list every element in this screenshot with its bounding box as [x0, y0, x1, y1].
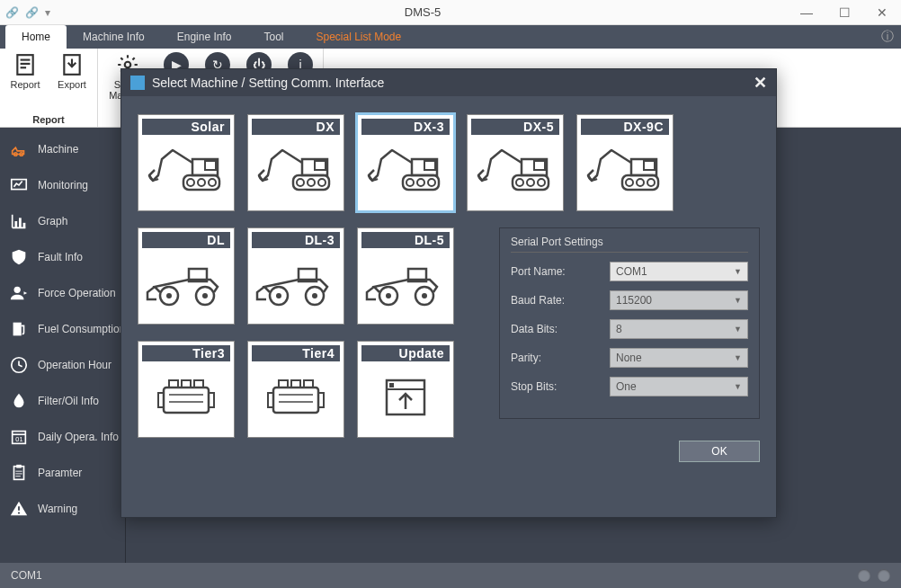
report-button[interactable]: Report — [7, 52, 43, 90]
excavator-icon — [581, 135, 669, 207]
parity-label: Parity: — [511, 352, 610, 364]
machine-tile-solar[interactable]: Solar — [138, 114, 235, 211]
sidebar-item-operation-hour[interactable]: Operation Hour — [0, 347, 125, 383]
engine-icon — [252, 361, 340, 433]
dialog-close-button[interactable]: ✕ — [754, 73, 767, 93]
status-port: COM1 — [11, 569, 42, 582]
svg-rect-32 — [19, 218, 22, 227]
tile-label: Update — [361, 345, 450, 361]
tab-engine-info[interactable]: Engine Info — [161, 25, 248, 49]
sidebar-item-force-operation[interactable]: Force Operation — [0, 275, 125, 311]
sidebar-item-daily-opera-info[interactable]: 01Daily Opera. Info — [0, 419, 125, 455]
excavator-icon — [361, 135, 450, 207]
tile-label: DL — [142, 232, 230, 248]
machine-tile-update[interactable]: Update — [357, 341, 454, 438]
parity-select[interactable]: None▼ — [610, 348, 748, 368]
menubar: Home Machine Info Engine Info Tool Speci… — [0, 25, 901, 49]
sidebar-item-label: Operation Hour — [38, 359, 112, 371]
tab-tool[interactable]: Tool — [247, 25, 299, 49]
sidebar-item-machine[interactable]: Machine — [0, 131, 125, 167]
status-led-2 — [878, 569, 890, 582]
chevron-down-icon: ▼ — [734, 267, 742, 276]
serial-port-settings-panel: Serial Port Settings Port Name: COM1▼ Ba… — [499, 227, 760, 419]
select-machine-dialog: Select Machine / Setting Comm. Interface… — [120, 68, 777, 518]
drop-icon — [9, 391, 29, 411]
dialog-title: Select Machine / Setting Comm. Interface — [152, 76, 384, 90]
port-name-select[interactable]: COM1▼ — [610, 262, 748, 281]
sidebar-item-label: Machine — [38, 143, 78, 156]
machine-tile-dx-5[interactable]: DX-5 — [467, 114, 564, 211]
stop-bits-select[interactable]: One▼ — [610, 377, 748, 396]
machine-tile-dx-9c[interactable]: DX-9C — [576, 114, 674, 211]
warning-icon — [9, 499, 29, 519]
close-button[interactable]: ✕ — [863, 0, 901, 25]
window-title: DMS-5 — [58, 5, 788, 19]
info-icon[interactable]: ⓘ — [881, 25, 894, 49]
graph-icon — [9, 211, 29, 231]
tab-special-list[interactable]: Special List Mode — [299, 25, 417, 49]
baud-rate-value: 115200 — [616, 294, 652, 307]
tab-home[interactable]: Home — [5, 25, 67, 49]
user-icon — [9, 283, 29, 303]
excavator-icon — [9, 139, 29, 159]
data-bits-value: 8 — [616, 323, 622, 335]
chevron-down-icon: ▼ — [734, 353, 742, 362]
machine-tile-tier3[interactable]: Tier3 — [138, 341, 235, 438]
ribbon-group-report: Report — [7, 114, 90, 127]
statusbar: COM1 — [0, 563, 901, 588]
tile-label: DX — [252, 119, 340, 135]
dropdown-icon[interactable]: ▾ — [45, 6, 58, 19]
tile-label: DX-5 — [471, 119, 559, 135]
status-led-1 — [858, 569, 870, 582]
machine-tile-dx[interactable]: DX — [247, 114, 344, 211]
sidebar-item-graph[interactable]: Graph — [0, 203, 125, 239]
sidebar-item-label: Fuel Consumption — [38, 323, 125, 335]
svg-rect-35 — [13, 323, 22, 336]
minimize-button[interactable]: — — [788, 0, 825, 25]
sidebar-item-monitoring[interactable]: Monitoring — [0, 167, 125, 203]
dialog-titlebar: Select Machine / Setting Comm. Interface… — [121, 69, 776, 96]
report-icon — [13, 52, 38, 77]
machine-tile-dx-3[interactable]: DX-3 — [357, 114, 454, 211]
export-button[interactable]: Export — [54, 52, 90, 90]
machine-tile-tier4[interactable]: Tier4 — [247, 341, 344, 438]
tile-label: DL-5 — [361, 232, 450, 248]
sidebar-item-label: Fault Info — [38, 251, 83, 263]
report-label: Report — [10, 79, 40, 90]
sidebar-item-label: Force Operation — [38, 287, 116, 299]
excavator-icon — [252, 135, 340, 207]
ok-button[interactable]: OK — [679, 441, 760, 462]
sidebar-item-label: Warning — [38, 503, 77, 515]
svg-point-46 — [18, 512, 20, 513]
sidebar-item-label: Filter/Oil Info — [38, 395, 99, 407]
svg-text:01: 01 — [15, 435, 22, 443]
tab-machine-info[interactable]: Machine Info — [67, 25, 161, 49]
baud-rate-select[interactable]: 115200▼ — [610, 290, 748, 310]
machine-tile-dl-3[interactable]: DL-3 — [247, 227, 344, 325]
machine-tile-dl-5[interactable]: DL-5 — [357, 227, 454, 325]
sidebar-item-filter-oil-info[interactable]: Filter/Oil Info — [0, 383, 125, 419]
port-name-label: Port Name: — [511, 265, 610, 278]
chevron-down-icon: ▼ — [734, 296, 742, 305]
fuel-icon — [9, 319, 29, 339]
stop-bits-value: One — [616, 380, 637, 393]
sidebar-item-fuel-consumption[interactable]: Fuel Consumption — [0, 311, 125, 347]
export-label: Export — [58, 79, 86, 90]
tile-label: DX-9C — [581, 119, 669, 135]
settings-title: Serial Port Settings — [511, 236, 748, 253]
parity-value: None — [616, 352, 642, 364]
data-bits-select[interactable]: 8▼ — [610, 319, 748, 339]
port-name-value: COM1 — [616, 265, 647, 278]
svg-rect-33 — [23, 223, 26, 228]
maximize-button[interactable]: ☐ — [825, 0, 863, 25]
sidebar-item-fault-info[interactable]: Fault Info — [0, 239, 125, 275]
svg-point-27 — [125, 62, 131, 68]
titlebar: 🔗 🔗 ▾ DMS-5 — ☐ ✕ — [0, 0, 901, 25]
sidebar-item-label: Monitoring — [38, 179, 88, 192]
machine-tile-dl[interactable]: DL — [138, 227, 235, 325]
sidebar-item-warning[interactable]: Warning — [0, 491, 125, 527]
tile-label: Tier4 — [252, 345, 340, 361]
sidebar-item-paramter[interactable]: Paramter — [0, 455, 125, 491]
loader-icon — [361, 248, 450, 320]
monitor-icon — [9, 175, 29, 195]
